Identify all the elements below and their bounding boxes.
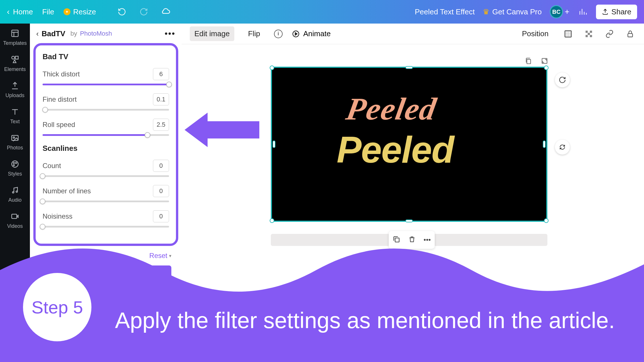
sync-button[interactable]	[555, 140, 570, 155]
selection-handle[interactable]	[405, 219, 413, 222]
rail-label: Text	[10, 119, 20, 125]
slider-value-input[interactable]: 6	[153, 68, 169, 80]
chevron-down-icon: ▾	[169, 253, 171, 259]
get-pro-button[interactable]: ♛ Get Canva Pro	[483, 7, 542, 16]
text-icon	[10, 107, 20, 117]
styles-icon	[10, 159, 20, 169]
rail-elements[interactable]: Elements	[4, 54, 26, 72]
get-pro-label: Get Canva Pro	[492, 7, 542, 16]
slider-thumb[interactable]	[145, 132, 150, 138]
rail-audio[interactable]: Audio	[8, 185, 22, 203]
lock-button[interactable]	[624, 28, 636, 40]
selection-handle[interactable]	[543, 140, 546, 148]
edit-image-button[interactable]: Edit image	[190, 26, 234, 41]
apply-button[interactable]: Apply	[105, 265, 171, 282]
slider-label: Noisiness	[43, 212, 72, 220]
slider-track[interactable]	[43, 201, 169, 202]
refresh-icon	[559, 76, 566, 84]
panel-by: by	[70, 30, 77, 37]
more-actions-button[interactable]: •••	[423, 236, 431, 244]
svg-rect-23	[395, 238, 399, 242]
slider-value-input[interactable]: 0	[153, 160, 169, 172]
svg-rect-16	[590, 30, 592, 33]
transparency-button[interactable]	[583, 28, 595, 40]
reset-button[interactable]: Reset ▾	[149, 252, 171, 260]
canvas-toolbar: Edit image Flip i Animate Position	[182, 24, 644, 44]
slider-value-input[interactable]: 0	[153, 185, 169, 197]
rail-label: Styles	[8, 171, 22, 177]
selection-handle[interactable]	[270, 218, 274, 223]
slider-label: Count	[43, 162, 61, 170]
resize-button[interactable]: ✦ Resize	[64, 7, 96, 16]
text-layer-1[interactable]: Peeled	[344, 91, 440, 127]
cloud-sync-icon[interactable]	[160, 7, 171, 17]
home-button[interactable]: ‹ Home	[7, 7, 33, 16]
flip-button[interactable]: Flip	[244, 26, 265, 41]
svg-point-9	[12, 192, 14, 193]
selection-handle[interactable]	[544, 218, 549, 223]
redo-button[interactable]	[139, 7, 149, 17]
panel-author-link[interactable]: PhotoMosh	[80, 30, 112, 37]
info-button[interactable]: i	[274, 30, 283, 38]
rail-photos[interactable]: Photos	[7, 133, 23, 151]
selection-handle[interactable]	[544, 66, 549, 70]
add-member-button[interactable]: +	[565, 7, 569, 16]
slider-track[interactable]	[43, 226, 169, 228]
duplicate-button[interactable]	[392, 235, 400, 244]
rail-templates[interactable]: Templates	[3, 28, 27, 46]
slider-thumb[interactable]	[40, 173, 45, 179]
rail-label: Elements	[4, 66, 26, 72]
color-picker-button[interactable]	[562, 28, 574, 40]
refresh-button[interactable]	[555, 72, 570, 87]
slider-track[interactable]	[43, 175, 169, 177]
more-options-button[interactable]: •••	[164, 29, 175, 38]
position-button[interactable]: Position	[518, 26, 553, 41]
slider-thumb[interactable]	[40, 199, 45, 204]
delete-button[interactable]	[408, 235, 416, 244]
slider-value-input[interactable]: 0.1	[153, 93, 169, 105]
slider-track[interactable]	[43, 134, 169, 136]
rail-label: Uploads	[5, 93, 24, 99]
slider-track[interactable]	[43, 84, 169, 85]
selection-handle[interactable]	[270, 66, 274, 70]
insights-button[interactable]	[578, 7, 588, 17]
rail-uploads[interactable]: Uploads	[5, 80, 24, 99]
selection-handle[interactable]	[273, 140, 275, 148]
file-menu[interactable]: File	[42, 7, 54, 16]
reset-label: Reset	[149, 252, 167, 260]
slider-label: Number of lines	[43, 187, 91, 195]
slider-thumb[interactable]	[40, 224, 45, 230]
group-badtv-title: Bad TV	[43, 52, 169, 61]
design-canvas[interactable]: Peeled Peeled	[271, 67, 547, 222]
expand-page-icon[interactable]	[540, 56, 549, 66]
slider-row: Noisiness 0	[43, 210, 169, 228]
rail-styles[interactable]: Styles	[8, 159, 22, 177]
text-layer-2[interactable]: Peeled	[337, 128, 454, 171]
svg-point-5	[12, 161, 18, 167]
rail-text[interactable]: Text	[10, 107, 20, 125]
rail-videos[interactable]: Videos	[7, 211, 23, 229]
document-name[interactable]: Peeled Text Effect	[415, 7, 475, 16]
slider-value-input[interactable]: 2.5	[153, 119, 169, 131]
link-button[interactable]	[604, 28, 615, 40]
slider-track[interactable]	[43, 109, 169, 111]
chevron-left-icon: ‹	[7, 7, 9, 16]
slider-value-input[interactable]: 0	[153, 210, 169, 222]
home-label: Home	[13, 7, 33, 16]
back-button[interactable]: ‹	[36, 29, 39, 38]
uploads-icon	[10, 80, 20, 91]
rail-label: Audio	[8, 197, 22, 203]
slider-thumb[interactable]	[42, 107, 48, 113]
upload-icon	[602, 8, 609, 15]
videos-icon	[10, 211, 20, 222]
rail-label: Templates	[3, 40, 27, 46]
share-button[interactable]: Share	[596, 5, 637, 19]
animate-label: Animate	[303, 29, 331, 38]
undo-button[interactable]	[117, 7, 127, 17]
animate-button[interactable]: Animate	[292, 29, 331, 38]
user-avatar[interactable]: BC	[550, 5, 563, 18]
selection-handle[interactable]	[405, 66, 413, 69]
slider-thumb[interactable]	[166, 82, 172, 87]
templates-icon	[10, 28, 20, 38]
copy-page-icon[interactable]	[524, 56, 533, 66]
